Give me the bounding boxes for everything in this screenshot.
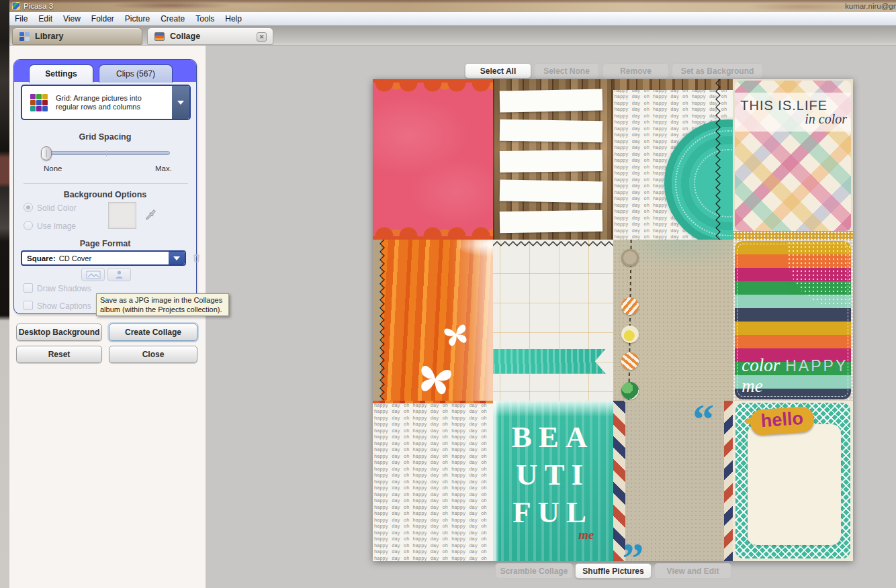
glitter-branch	[787, 241, 851, 307]
tab-settings[interactable]: Settings	[29, 64, 93, 83]
hello-text: hello	[760, 407, 804, 430]
collage-tile-kraft-badges[interactable]	[613, 240, 733, 400]
tab-collage-label: Collage	[170, 32, 200, 41]
picasa-window: Picasa 3 File Edit View Folder Picture C…	[0, 0, 896, 588]
reset-button[interactable]: Reset	[16, 346, 102, 363]
color-me-script: color me	[742, 355, 780, 397]
tab-clips-label: Clips (567)	[116, 69, 155, 79]
collage-tile-beautiful[interactable]: BEA UTI FUL me	[493, 401, 613, 561]
picasa-app-icon	[12, 2, 20, 10]
background-window-sliver	[0, 0, 9, 588]
background-options-label: Background Options	[14, 190, 196, 199]
slider-max-label: Max.	[155, 164, 172, 173]
eyedropper-icon	[144, 209, 156, 221]
collage-tile-airmail-quotes[interactable]: “ ”	[613, 401, 733, 561]
desktop-background-button[interactable]: Desktop Background	[16, 324, 102, 341]
menu-picture[interactable]: Picture	[120, 13, 155, 25]
collage-type-dropdown[interactable]: Grid: Arrange pictures into regular rows…	[21, 85, 191, 120]
account-email: kumar.niru@gma	[845, 2, 896, 10]
open-quote-mark: “	[692, 406, 714, 433]
solid-color-label: Solid Color	[37, 203, 77, 213]
menu-tools[interactable]: Tools	[190, 13, 220, 25]
use-image-label: Use Image	[37, 222, 76, 231]
menu-bar: File Edit View Folder Picture Create Too…	[9, 12, 896, 26]
select-all-button[interactable]: Select All	[465, 63, 531, 79]
slider-min-label: None	[44, 164, 62, 173]
scallop-edge	[373, 79, 493, 97]
create-collage-button[interactable]: Create Collage	[109, 324, 197, 341]
zigzag-stitch-icon	[378, 240, 386, 400]
shuffle-pictures-button[interactable]: Shuffle Pictures	[575, 563, 652, 579]
show-captions-checkbox	[24, 301, 33, 310]
butterfly-icon	[410, 356, 460, 401]
collage-tile-orange-butterflies[interactable]	[373, 240, 493, 400]
menu-help[interactable]: Help	[220, 13, 247, 25]
dropdown-arrow-icon	[169, 252, 185, 264]
collage-tile-graph-banner[interactable]	[493, 240, 613, 400]
grid-spacing-label: Grid Spacing	[14, 132, 196, 142]
slider-thumb[interactable]	[41, 146, 52, 160]
collage-tile-happy-paper[interactable]: happy day oh happy day oh happy day oh h…	[373, 401, 493, 561]
page-format-value: CD Cover	[59, 254, 91, 262]
library-grid-icon	[19, 32, 30, 41]
grid-layout-icon	[30, 94, 48, 111]
tab-library[interactable]: Library	[12, 28, 142, 45]
select-none-button: Select None	[534, 63, 599, 79]
close-button[interactable]: Close	[109, 346, 197, 363]
title-band: THIS IS.LIFE in color	[735, 93, 851, 132]
tab-collage[interactable]: Collage ✕	[147, 28, 273, 45]
menu-file[interactable]: File	[9, 13, 33, 25]
dropdown-arrow-icon	[172, 86, 189, 119]
tab-close-icon[interactable]: ✕	[257, 32, 267, 42]
section-divider	[24, 183, 188, 184]
menu-folder[interactable]: Folder	[86, 13, 120, 25]
tab-clips[interactable]: Clips (567)	[99, 64, 173, 83]
rainbow-stripes-card: color me HAPPY	[735, 241, 851, 399]
grid-spacing-slider[interactable]	[42, 151, 170, 155]
menu-view[interactable]: View	[58, 13, 86, 25]
happy-caps: HAPPY	[785, 357, 848, 375]
menu-create[interactable]: Create	[155, 13, 190, 25]
page-format-value-bold: Square:	[27, 254, 56, 262]
draw-shadows-checkbox	[24, 283, 33, 293]
slider-center-tick	[106, 150, 107, 156]
white-strip	[499, 179, 602, 203]
collage-preview: happy day oh happy day oh happy day oh h…	[373, 79, 853, 561]
view-and-edit-button: View and Edit	[654, 563, 731, 579]
beautiful-text: BEA UTI FUL	[493, 418, 613, 531]
remove-button: Remove	[602, 63, 669, 79]
show-captions-label: Show Captions	[37, 301, 91, 311]
collage-tile-hello[interactable]: hello	[733, 401, 853, 561]
chevron-badge	[621, 352, 639, 370]
page-format-dropdown[interactable]: Square: CD Cover	[21, 250, 186, 266]
draw-shadows-label: Draw Shadows	[37, 284, 91, 293]
background-color-swatch	[108, 202, 136, 229]
scallop-edge	[373, 222, 493, 240]
collage-tile-color-me-happy[interactable]: color me HAPPY	[733, 240, 853, 400]
airmail-stripe-edge	[724, 401, 733, 561]
solid-color-radio	[24, 203, 33, 212]
hello-speech-bubble: hello	[750, 405, 815, 436]
zigzag-stitch-icon	[493, 240, 613, 247]
chevron-badge	[621, 297, 639, 315]
white-strip	[499, 119, 602, 143]
menu-edit[interactable]: Edit	[33, 13, 58, 25]
yellow-dot-badge	[621, 326, 639, 343]
collage-tile-wood-strips[interactable]	[493, 79, 613, 240]
delete-format-icon	[191, 252, 202, 264]
landscape-orientation-button	[81, 268, 105, 281]
zigzag-stitch-icon	[714, 79, 722, 240]
gold-glitter-strip	[733, 231, 853, 240]
collage-tile-pink-scallop[interactable]	[373, 79, 493, 240]
collage-tile-this-is-life[interactable]: THIS IS.LIFE in color	[733, 79, 853, 240]
cream-note-area	[748, 424, 841, 545]
collage-tile-happy-doily[interactable]: happy day oh happy day oh happy day oh h…	[613, 79, 733, 240]
set-as-background-button: Set as Background	[672, 63, 763, 79]
orange-edge-strip	[373, 401, 493, 403]
plaid-card: THIS IS.LIFE in color	[735, 81, 851, 231]
scramble-collage-button: Scramble Collage	[495, 563, 573, 579]
happy-day-text: happy day oh happy day oh happy day oh h…	[373, 401, 493, 561]
title-bar: Picasa 3	[9, 0, 896, 12]
color-me-happy-text: color me HAPPY	[742, 355, 847, 397]
tab-settings-label: Settings	[45, 69, 77, 79]
